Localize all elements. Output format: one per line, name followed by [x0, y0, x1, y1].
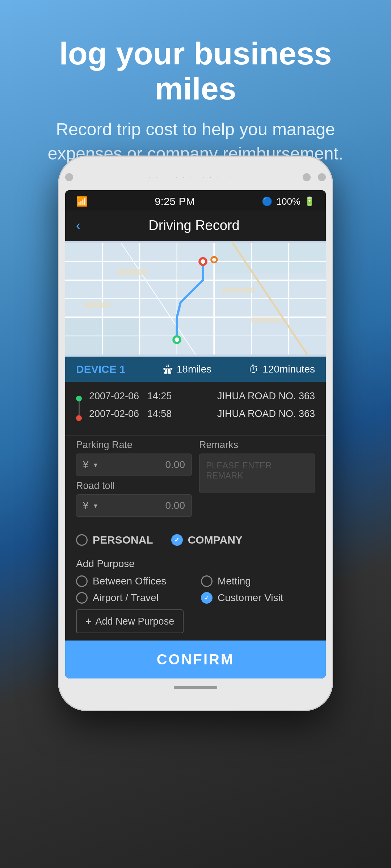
add-purpose-button[interactable]: + Add New Purpose	[76, 609, 184, 633]
status-time: 9:25 PM	[155, 195, 195, 208]
purpose-item-customer[interactable]: ✓ Customer Visit	[201, 592, 315, 604]
trip-dot-line	[76, 396, 82, 421]
customer-check-icon: ✓	[204, 594, 210, 602]
svg-point-17	[201, 259, 205, 264]
phone-outer: · · · · · · · · · · · · · · 📶 9:25 PM 🔵 …	[58, 156, 333, 711]
remarks-label: Remarks	[199, 439, 315, 451]
svg-point-19	[212, 258, 216, 261]
clock-icon: ⏱	[249, 363, 259, 375]
toggle-section: PERSONAL ✓ COMPANY	[65, 528, 326, 552]
parking-remarks-row: Parking Rate ¥ ▾ 0.00 Road toll ¥ ▾ 0.00	[76, 439, 315, 517]
bluetooth-icon: 🔵	[262, 196, 273, 207]
company-label: COMPANY	[188, 534, 243, 546]
trip-details: 2007-02-06 14:25 JIHUA ROAD NO. 363 2007…	[65, 382, 326, 435]
airport-radio[interactable]	[76, 592, 88, 604]
device-label: DEVICE 1	[76, 363, 126, 375]
between-offices-label: Between Offices	[93, 575, 166, 587]
map-info-bar: DEVICE 1 🛣 18miles ⏱ 120minutes	[65, 357, 326, 382]
start-address: JIHUA ROAD NO. 363	[217, 391, 315, 402]
personal-option[interactable]: PERSONAL	[76, 534, 153, 546]
sensor-1	[303, 173, 311, 181]
time-info: ⏱ 120minutes	[249, 363, 315, 375]
company-radio[interactable]: ✓	[171, 534, 183, 546]
purpose-title: Add Purpose	[76, 558, 315, 570]
form-section: Parking Rate ¥ ▾ 0.00 Road toll ¥ ▾ 0.00	[65, 435, 326, 528]
road-amount: 0.00	[101, 500, 185, 511]
road-toll-label: Road toll	[76, 480, 192, 492]
between-offices-radio[interactable]	[76, 575, 88, 587]
back-button[interactable]: ‹	[76, 218, 80, 233]
battery-percent: 100%	[276, 196, 300, 207]
svg-rect-24	[84, 302, 110, 307]
parking-rate-input[interactable]: ¥ ▾ 0.00	[76, 454, 192, 476]
status-bar: 📶 9:25 PM 🔵 100% 🔋	[65, 190, 326, 210]
airport-label: Airport / Travel	[93, 592, 159, 604]
personal-radio[interactable]	[76, 534, 88, 546]
purpose-grid: Between Offices Metting Airport / Travel	[76, 575, 315, 604]
miles-value: 18miles	[177, 363, 211, 375]
trip-times: 2007-02-06 14:25 JIHUA ROAD NO. 363 2007…	[89, 391, 315, 426]
phone-top-bar: · · · · · · · · · · · · · ·	[65, 166, 326, 188]
end-datetime: 2007-02-06 14:58	[89, 408, 172, 420]
metting-radio[interactable]	[201, 575, 213, 587]
map-area	[65, 241, 326, 357]
end-time-row: 2007-02-06 14:58 JIHUA ROAD NO. 363	[89, 408, 315, 420]
company-option[interactable]: ✓ COMPANY	[171, 534, 243, 546]
start-dot	[76, 396, 82, 401]
svg-rect-22	[117, 269, 147, 275]
end-dot	[76, 415, 82, 421]
end-address: JIHUA ROAD NO. 363	[217, 408, 315, 420]
main-title: log your business miles	[29, 36, 362, 106]
plus-icon: +	[85, 615, 92, 627]
personal-label: PERSONAL	[93, 534, 153, 546]
customer-label: Customer Visit	[218, 592, 283, 604]
app-title: Driving Record	[88, 218, 300, 233]
add-purpose-label: Add New Purpose	[96, 616, 175, 627]
radio-check-icon: ✓	[174, 536, 180, 544]
start-datetime: 2007-02-06 14:25	[89, 391, 172, 402]
phone-wrapper: · · · · · · · · · · · · · · 📶 9:25 PM 🔵 …	[58, 156, 333, 711]
road-dropdown-arrow[interactable]: ▾	[94, 501, 97, 510]
status-left: 📶	[76, 196, 88, 207]
phone-bottom	[65, 678, 326, 697]
svg-point-21	[175, 337, 179, 342]
route-icon: 🛣	[163, 363, 173, 375]
parking-rate-group: Parking Rate ¥ ▾ 0.00 Road toll ¥ ▾ 0.00	[76, 439, 192, 517]
confirm-button[interactable]: CONFIRM	[65, 641, 326, 678]
remarks-input[interactable]: PLEASE ENTER REMARK	[199, 454, 315, 493]
svg-rect-25	[251, 317, 281, 322]
start-time-row: 2007-02-06 14:25 JIHUA ROAD NO. 363	[89, 391, 315, 402]
home-indicator	[174, 686, 217, 689]
app-header: ‹ Driving Record	[65, 210, 326, 241]
phone-screen: 📶 9:25 PM 🔵 100% 🔋 ‹ Driving Record	[65, 190, 326, 678]
trip-row: 2007-02-06 14:25 JIHUA ROAD NO. 363 2007…	[76, 391, 315, 426]
parking-dropdown-arrow[interactable]: ▾	[94, 460, 97, 469]
purpose-item-between-offices[interactable]: Between Offices	[76, 575, 190, 587]
metting-label: Metting	[218, 575, 251, 587]
battery-icon: 🔋	[304, 196, 315, 207]
remarks-group: Remarks PLEASE ENTER REMARK	[199, 439, 315, 517]
header-area: log your business miles Record trip cost…	[0, 36, 391, 166]
speaker: · · · · · · · · · · · · · ·	[80, 175, 295, 180]
purpose-item-airport[interactable]: Airport / Travel	[76, 592, 190, 604]
road-toll-input[interactable]: ¥ ▾ 0.00	[76, 494, 192, 517]
status-right: 🔵 100% 🔋	[262, 196, 315, 207]
svg-rect-23	[222, 288, 255, 293]
front-camera	[65, 173, 73, 181]
miles-info: 🛣 18miles	[163, 363, 211, 375]
minutes-value: 120minutes	[262, 363, 315, 375]
parking-amount: 0.00	[101, 459, 185, 471]
remarks-placeholder: PLEASE ENTER REMARK	[206, 460, 308, 481]
wifi-icon: 📶	[76, 196, 88, 207]
road-currency: ¥	[83, 500, 89, 511]
svg-rect-2	[214, 243, 326, 273]
parking-rate-label: Parking Rate	[76, 439, 192, 451]
sensor-2	[318, 173, 326, 181]
purpose-item-metting[interactable]: Metting	[201, 575, 315, 587]
customer-radio[interactable]: ✓	[201, 592, 213, 604]
purpose-section: Add Purpose Between Offices Metting	[65, 552, 326, 641]
parking-currency: ¥	[83, 459, 89, 471]
route-line-vert	[79, 401, 80, 415]
